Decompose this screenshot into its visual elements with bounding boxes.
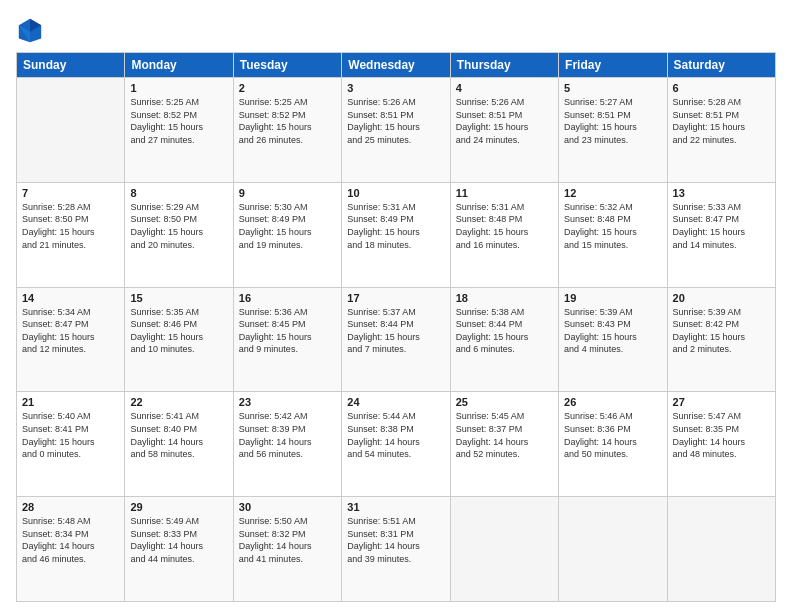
day-cell [559,497,667,602]
day-info: Sunrise: 5:38 AM Sunset: 8:44 PM Dayligh… [456,306,553,356]
day-cell: 22Sunrise: 5:41 AM Sunset: 8:40 PM Dayli… [125,392,233,497]
day-cell: 27Sunrise: 5:47 AM Sunset: 8:35 PM Dayli… [667,392,775,497]
day-number: 24 [347,396,444,408]
day-number: 28 [22,501,119,513]
header-cell-friday: Friday [559,53,667,78]
day-cell: 19Sunrise: 5:39 AM Sunset: 8:43 PM Dayli… [559,287,667,392]
header-cell-wednesday: Wednesday [342,53,450,78]
day-info: Sunrise: 5:36 AM Sunset: 8:45 PM Dayligh… [239,306,336,356]
day-info: Sunrise: 5:32 AM Sunset: 8:48 PM Dayligh… [564,201,661,251]
header-cell-tuesday: Tuesday [233,53,341,78]
day-info: Sunrise: 5:48 AM Sunset: 8:34 PM Dayligh… [22,515,119,565]
header [16,16,776,44]
day-number: 19 [564,292,661,304]
day-cell: 10Sunrise: 5:31 AM Sunset: 8:49 PM Dayli… [342,182,450,287]
logo [16,16,48,44]
calendar: SundayMondayTuesdayWednesdayThursdayFrid… [16,52,776,602]
week-row: 14Sunrise: 5:34 AM Sunset: 8:47 PM Dayli… [17,287,776,392]
day-number: 15 [130,292,227,304]
day-cell: 4Sunrise: 5:26 AM Sunset: 8:51 PM Daylig… [450,78,558,183]
day-number: 11 [456,187,553,199]
day-info: Sunrise: 5:51 AM Sunset: 8:31 PM Dayligh… [347,515,444,565]
day-info: Sunrise: 5:40 AM Sunset: 8:41 PM Dayligh… [22,410,119,460]
day-info: Sunrise: 5:46 AM Sunset: 8:36 PM Dayligh… [564,410,661,460]
day-number: 4 [456,82,553,94]
day-info: Sunrise: 5:28 AM Sunset: 8:50 PM Dayligh… [22,201,119,251]
day-cell: 29Sunrise: 5:49 AM Sunset: 8:33 PM Dayli… [125,497,233,602]
day-cell [667,497,775,602]
day-info: Sunrise: 5:25 AM Sunset: 8:52 PM Dayligh… [130,96,227,146]
logo-icon [16,16,44,44]
day-number: 18 [456,292,553,304]
day-number: 16 [239,292,336,304]
day-info: Sunrise: 5:31 AM Sunset: 8:49 PM Dayligh… [347,201,444,251]
day-cell [450,497,558,602]
header-cell-saturday: Saturday [667,53,775,78]
day-info: Sunrise: 5:47 AM Sunset: 8:35 PM Dayligh… [673,410,770,460]
day-cell [17,78,125,183]
day-cell: 25Sunrise: 5:45 AM Sunset: 8:37 PM Dayli… [450,392,558,497]
day-number: 22 [130,396,227,408]
day-number: 10 [347,187,444,199]
header-cell-monday: Monday [125,53,233,78]
day-info: Sunrise: 5:45 AM Sunset: 8:37 PM Dayligh… [456,410,553,460]
day-number: 8 [130,187,227,199]
day-cell: 3Sunrise: 5:26 AM Sunset: 8:51 PM Daylig… [342,78,450,183]
day-info: Sunrise: 5:30 AM Sunset: 8:49 PM Dayligh… [239,201,336,251]
week-row: 1Sunrise: 5:25 AM Sunset: 8:52 PM Daylig… [17,78,776,183]
day-cell: 24Sunrise: 5:44 AM Sunset: 8:38 PM Dayli… [342,392,450,497]
day-info: Sunrise: 5:39 AM Sunset: 8:43 PM Dayligh… [564,306,661,356]
day-info: Sunrise: 5:25 AM Sunset: 8:52 PM Dayligh… [239,96,336,146]
calendar-table: SundayMondayTuesdayWednesdayThursdayFrid… [16,52,776,602]
day-cell: 23Sunrise: 5:42 AM Sunset: 8:39 PM Dayli… [233,392,341,497]
day-number: 20 [673,292,770,304]
day-number: 23 [239,396,336,408]
day-cell: 11Sunrise: 5:31 AM Sunset: 8:48 PM Dayli… [450,182,558,287]
day-number: 17 [347,292,444,304]
day-info: Sunrise: 5:28 AM Sunset: 8:51 PM Dayligh… [673,96,770,146]
day-cell: 20Sunrise: 5:39 AM Sunset: 8:42 PM Dayli… [667,287,775,392]
day-cell: 17Sunrise: 5:37 AM Sunset: 8:44 PM Dayli… [342,287,450,392]
header-cell-sunday: Sunday [17,53,125,78]
day-info: Sunrise: 5:49 AM Sunset: 8:33 PM Dayligh… [130,515,227,565]
day-cell: 14Sunrise: 5:34 AM Sunset: 8:47 PM Dayli… [17,287,125,392]
day-info: Sunrise: 5:26 AM Sunset: 8:51 PM Dayligh… [347,96,444,146]
day-info: Sunrise: 5:50 AM Sunset: 8:32 PM Dayligh… [239,515,336,565]
day-number: 1 [130,82,227,94]
day-info: Sunrise: 5:29 AM Sunset: 8:50 PM Dayligh… [130,201,227,251]
day-number: 21 [22,396,119,408]
day-cell: 5Sunrise: 5:27 AM Sunset: 8:51 PM Daylig… [559,78,667,183]
day-number: 12 [564,187,661,199]
calendar-header: SundayMondayTuesdayWednesdayThursdayFrid… [17,53,776,78]
day-cell: 1Sunrise: 5:25 AM Sunset: 8:52 PM Daylig… [125,78,233,183]
day-info: Sunrise: 5:34 AM Sunset: 8:47 PM Dayligh… [22,306,119,356]
day-cell: 16Sunrise: 5:36 AM Sunset: 8:45 PM Dayli… [233,287,341,392]
day-cell: 21Sunrise: 5:40 AM Sunset: 8:41 PM Dayli… [17,392,125,497]
day-info: Sunrise: 5:42 AM Sunset: 8:39 PM Dayligh… [239,410,336,460]
day-number: 2 [239,82,336,94]
day-cell: 6Sunrise: 5:28 AM Sunset: 8:51 PM Daylig… [667,78,775,183]
day-cell: 13Sunrise: 5:33 AM Sunset: 8:47 PM Dayli… [667,182,775,287]
week-row: 28Sunrise: 5:48 AM Sunset: 8:34 PM Dayli… [17,497,776,602]
header-cell-thursday: Thursday [450,53,558,78]
day-cell: 30Sunrise: 5:50 AM Sunset: 8:32 PM Dayli… [233,497,341,602]
day-cell: 8Sunrise: 5:29 AM Sunset: 8:50 PM Daylig… [125,182,233,287]
day-cell: 15Sunrise: 5:35 AM Sunset: 8:46 PM Dayli… [125,287,233,392]
day-number: 31 [347,501,444,513]
day-info: Sunrise: 5:26 AM Sunset: 8:51 PM Dayligh… [456,96,553,146]
day-number: 29 [130,501,227,513]
day-number: 27 [673,396,770,408]
week-row: 21Sunrise: 5:40 AM Sunset: 8:41 PM Dayli… [17,392,776,497]
day-info: Sunrise: 5:44 AM Sunset: 8:38 PM Dayligh… [347,410,444,460]
header-row: SundayMondayTuesdayWednesdayThursdayFrid… [17,53,776,78]
day-number: 26 [564,396,661,408]
day-number: 7 [22,187,119,199]
day-info: Sunrise: 5:41 AM Sunset: 8:40 PM Dayligh… [130,410,227,460]
day-cell: 31Sunrise: 5:51 AM Sunset: 8:31 PM Dayli… [342,497,450,602]
day-number: 13 [673,187,770,199]
day-number: 14 [22,292,119,304]
day-info: Sunrise: 5:35 AM Sunset: 8:46 PM Dayligh… [130,306,227,356]
day-info: Sunrise: 5:31 AM Sunset: 8:48 PM Dayligh… [456,201,553,251]
week-row: 7Sunrise: 5:28 AM Sunset: 8:50 PM Daylig… [17,182,776,287]
day-number: 9 [239,187,336,199]
